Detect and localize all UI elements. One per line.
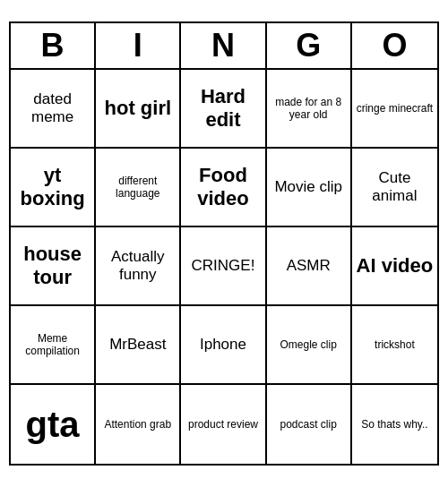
bingo-cell-3: made for an 8 year old bbox=[267, 70, 352, 149]
bingo-header: BINGO bbox=[11, 23, 437, 70]
bingo-cell-0: dated meme bbox=[11, 70, 96, 149]
header-letter-n: N bbox=[181, 23, 266, 68]
bingo-cell-2: Hard edit bbox=[181, 70, 266, 149]
bingo-cell-7: Food video bbox=[181, 149, 266, 227]
bingo-cell-17: Iphone bbox=[181, 306, 266, 385]
bingo-cell-12: CRINGE! bbox=[181, 227, 266, 306]
header-letter-i: I bbox=[96, 23, 181, 68]
bingo-cell-16: MrBeast bbox=[96, 306, 181, 385]
bingo-cell-10: house tour bbox=[11, 227, 96, 306]
header-letter-b: B bbox=[11, 23, 96, 68]
bingo-cell-24: So thats why.. bbox=[352, 385, 437, 464]
bingo-cell-18: Omegle clip bbox=[267, 306, 352, 385]
bingo-card: BINGO dated memehot girlHard editmade fo… bbox=[9, 21, 439, 466]
bingo-cell-11: Actually funny bbox=[96, 227, 181, 306]
bingo-grid: dated memehot girlHard editmade for an 8… bbox=[11, 70, 437, 464]
bingo-cell-9: Cute animal bbox=[352, 149, 437, 227]
bingo-cell-15: Meme compilation bbox=[11, 306, 96, 385]
bingo-cell-13: ASMR bbox=[267, 227, 352, 306]
bingo-cell-14: AI video bbox=[352, 227, 437, 306]
bingo-cell-21: Attention grab bbox=[96, 385, 181, 464]
header-letter-o: O bbox=[352, 23, 437, 68]
bingo-cell-8: Movie clip bbox=[267, 149, 352, 227]
bingo-cell-20: gta bbox=[11, 385, 96, 464]
bingo-cell-6: different language bbox=[96, 149, 181, 227]
bingo-cell-4: cringe minecraft bbox=[352, 70, 437, 149]
bingo-cell-22: product review bbox=[181, 385, 266, 464]
bingo-cell-5: yt boxing bbox=[11, 149, 96, 227]
header-letter-g: G bbox=[267, 23, 352, 68]
bingo-cell-23: podcast clip bbox=[267, 385, 352, 464]
bingo-cell-1: hot girl bbox=[96, 70, 181, 149]
bingo-cell-19: trickshot bbox=[352, 306, 437, 385]
